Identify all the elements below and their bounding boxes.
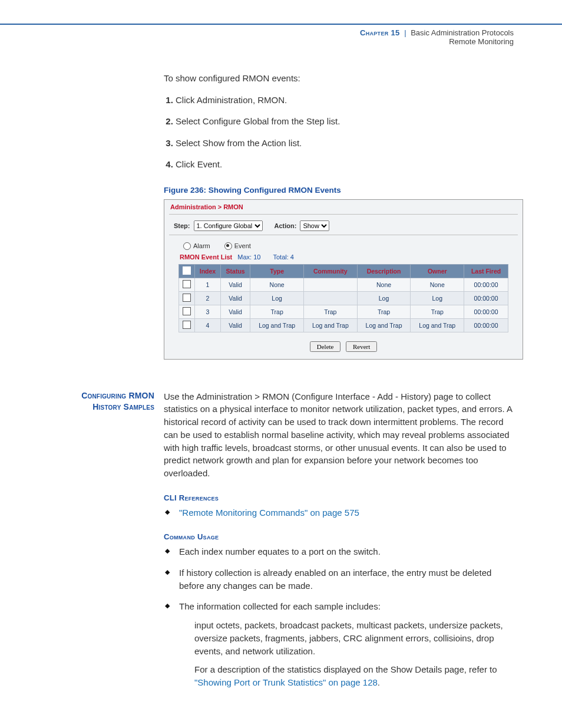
row-checkbox[interactable] — [183, 321, 191, 329]
stats-link[interactable]: "Showing Port or Trunk Statistics" on pa… — [194, 677, 378, 687]
button-bar: Delete Revert — [169, 337, 518, 352]
table-row: 3 Valid Trap Trap Trap Trap 00:00:00 — [179, 305, 508, 318]
rmon-ui-panel: Administration > RMON Step: 1. Configure… — [164, 199, 523, 360]
step-action-row: Step: 1. Configure Global Action: Show — [169, 219, 518, 232]
table-row: 1 Valid None None None 00:00:00 — [179, 278, 508, 291]
figure-caption: Figure 236: Showing Configured RMON Even… — [164, 186, 514, 195]
step-2: Select Configure Global from the Step li… — [176, 115, 514, 129]
step-select[interactable]: 1. Configure Global — [194, 220, 263, 231]
row-checkbox[interactable] — [183, 280, 191, 288]
col-last-fired: Last Fired — [464, 264, 508, 278]
list-max: Max: 10 — [234, 253, 260, 261]
rmon-event-table: Index Status Type Community Description … — [178, 264, 508, 332]
step-1: Click Administration, RMON. — [176, 94, 514, 107]
select-all-checkbox[interactable] — [183, 266, 191, 275]
step-label: Step: — [174, 222, 190, 229]
section-paragraph: Use the Administration > RMON (Configure… — [164, 390, 514, 480]
list-total: Total: 4 — [263, 253, 294, 261]
col-owner: Owner — [411, 264, 464, 278]
cli-reference-link-item: "Remote Monitoring Commands" on page 575 — [164, 506, 514, 519]
usage-item: If history collection is already enabled… — [164, 566, 514, 592]
table-row: 2 Valid Log Log Log 00:00:00 — [179, 291, 508, 305]
steps-list: Click Administration, RMON. Select Confi… — [164, 94, 514, 172]
cli-references-heading: CLI References — [164, 493, 514, 504]
step-3: Select Show from the Action list. — [176, 137, 514, 150]
col-index: Index — [195, 264, 221, 278]
header-title-2: Remote Monitoring — [449, 37, 514, 46]
list-title: RMON Event List — [180, 253, 232, 261]
usage-item: The information collected for each sampl… — [164, 600, 514, 689]
col-type: Type — [250, 264, 304, 278]
side-heading: Configuring RMON History Samples — [0, 390, 164, 413]
usage-sub-1: input octets, packets, broadcast packets… — [194, 619, 514, 657]
row-checkbox[interactable] — [183, 307, 191, 315]
col-checkbox — [179, 264, 195, 278]
action-label: Action: — [275, 222, 297, 229]
step-4: Click Event. — [176, 158, 514, 172]
action-select[interactable]: Show — [300, 220, 329, 231]
table-header-row: Index Status Type Community Description … — [179, 264, 508, 278]
revert-button[interactable]: Revert — [346, 341, 377, 352]
header-separator: | — [402, 28, 408, 37]
row-checkbox[interactable] — [183, 294, 191, 302]
header-title-1: Basic Administration Protocols — [411, 28, 514, 37]
cli-reference-link[interactable]: "Remote Monitoring Commands" on page 575 — [179, 508, 359, 518]
col-status: Status — [220, 264, 250, 278]
delete-button[interactable]: Delete — [310, 341, 341, 352]
chapter-label: Chapter 15 — [360, 28, 399, 37]
event-label: Event — [234, 242, 251, 249]
running-header: Chapter 15 | Basic Administration Protoc… — [0, 25, 562, 48]
table-row: 4 Valid Log and Trap Log and Trap Log an… — [179, 318, 508, 332]
breadcrumb: Administration > RMON — [170, 203, 518, 210]
intro-text: To show configured RMON events: — [164, 72, 514, 85]
alarm-label: Alarm — [193, 242, 210, 249]
col-community: Community — [303, 264, 357, 278]
usage-sub-2: For a description of the statistics disp… — [194, 663, 514, 689]
event-radio[interactable] — [224, 242, 232, 250]
list-caption: RMON Event List Max: 10 Total: 4 — [169, 252, 518, 263]
radio-row: Alarm Event — [169, 240, 518, 252]
command-usage-heading: Command Usage — [164, 532, 514, 543]
usage-item: Each index number equates to a port on t… — [164, 545, 514, 558]
alarm-radio[interactable] — [183, 242, 191, 250]
col-description: Description — [357, 264, 411, 278]
